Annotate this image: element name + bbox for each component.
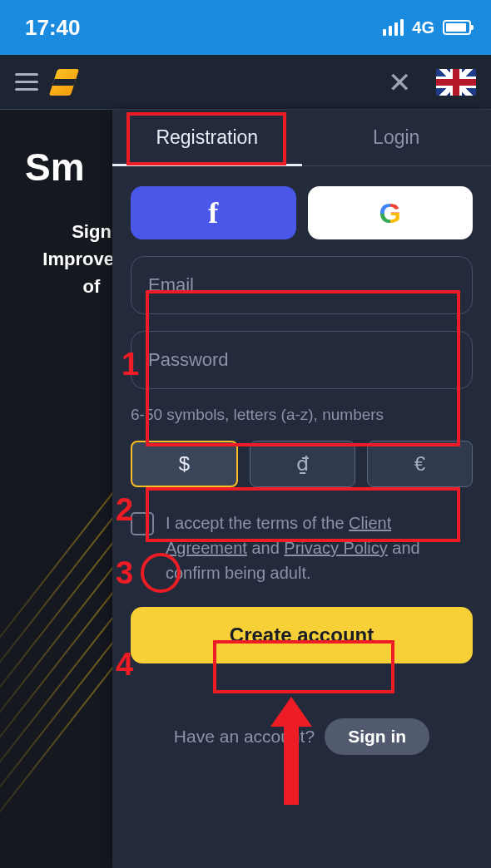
- signal-icon: [383, 19, 404, 36]
- auth-tabs: Registration Login: [112, 110, 491, 166]
- battery-icon: [443, 20, 471, 35]
- have-account-text: Have an account?: [174, 727, 315, 747]
- create-account-button[interactable]: Create account: [131, 607, 473, 663]
- currency-selector: $ ₫ €: [131, 441, 473, 487]
- currency-usd[interactable]: $: [131, 441, 238, 487]
- network-label: 4G: [412, 18, 434, 37]
- password-hint: 6-50 symbols, letters (a-z), numbers: [131, 406, 473, 424]
- sign-in-button[interactable]: Sign in: [325, 718, 429, 755]
- google-icon: G: [379, 197, 401, 229]
- tab-registration[interactable]: Registration: [112, 110, 302, 165]
- google-signup-button[interactable]: G: [308, 186, 474, 239]
- auth-panel: Registration Login f G 6-50 symbols, let…: [112, 110, 491, 868]
- privacy-policy-link[interactable]: Privacy Policy: [284, 539, 387, 557]
- close-icon[interactable]: ✕: [388, 66, 411, 99]
- app-header: ✕: [0, 55, 491, 110]
- menu-icon[interactable]: [15, 73, 38, 91]
- logo-icon: [49, 69, 79, 96]
- facebook-signup-button[interactable]: f: [131, 186, 296, 239]
- currency-vnd[interactable]: ₫: [250, 441, 355, 487]
- language-flag-uk-icon[interactable]: [436, 69, 476, 96]
- terms-text: I accept the terms of the Client Agreeme…: [166, 510, 473, 585]
- status-bar: 17:40 4G: [0, 0, 491, 55]
- terms-checkbox[interactable]: [131, 512, 154, 535]
- tab-login[interactable]: Login: [302, 110, 492, 165]
- status-time: 17:40: [25, 15, 81, 41]
- currency-eur[interactable]: €: [367, 441, 473, 487]
- facebook-icon: f: [208, 195, 218, 230]
- email-field[interactable]: [131, 256, 473, 314]
- status-right: 4G: [383, 18, 471, 37]
- password-field[interactable]: [131, 331, 473, 389]
